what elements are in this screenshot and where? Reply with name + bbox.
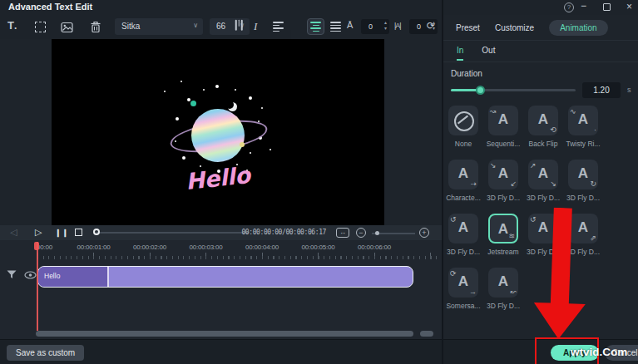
text-toolbar: T. Sitka ∨ 66 ∨ I Ā 0 ▴▾ |A| 0 ▴▾	[0, 15, 442, 39]
3d-fly-down-icon: ↺A	[448, 214, 478, 243]
preview-text[interactable]: Hello	[166, 160, 271, 197]
help-icon[interactable]: ?	[564, 2, 574, 12]
animation-item-label: 3D Fly D...	[563, 194, 603, 202]
timecode: 00:00:00:00/00:00:06:17	[241, 229, 326, 236]
animation-item-label: 3D Fly D...	[443, 248, 483, 256]
animation-item-label: Somersa...	[443, 302, 483, 310]
playhead-line[interactable]	[37, 242, 38, 331]
animation-item-back-flip[interactable]: A⟲Back Flip	[528, 106, 558, 148]
none-icon	[448, 106, 478, 135]
window-title: Advanced Text Edit	[8, 2, 92, 12]
font-family-select[interactable]: Sitka ∨	[115, 18, 203, 35]
animation-item-label: 3D Fly D...	[523, 194, 563, 202]
twisty-ride-icon: ∿A·	[568, 106, 598, 135]
yellow-dot	[240, 142, 245, 147]
track-filter-icon[interactable]	[7, 270, 17, 279]
subtab-in[interactable]: In	[457, 46, 463, 61]
sequential-icon: ↝A	[488, 106, 518, 135]
animation-item-jetstream[interactable]: A≋Jetstream	[488, 214, 518, 256]
previous-frame-icon[interactable]: ◁	[10, 227, 17, 238]
letter-spacing-stepper[interactable]: 0 ▴▾	[361, 19, 389, 34]
stop-icon[interactable]	[75, 229, 82, 236]
text-tool-icon[interactable]: T.	[7, 19, 17, 32]
italic-icon[interactable]: I	[254, 20, 257, 33]
save-as-custom-button[interactable]: Save as custom	[7, 345, 84, 361]
annotation-arrow-icon	[529, 207, 592, 345]
animation-item-characte[interactable]: A⇢Characte...	[448, 160, 478, 202]
ruler-label: 00:00:03:00	[189, 243, 222, 251]
stepper-arrows-icon[interactable]: ▴▾	[384, 20, 387, 32]
ruler-label: 00:00:04:00	[245, 243, 279, 251]
subtab-out[interactable]: Out	[482, 46, 495, 61]
zoom-in-icon[interactable]: +	[419, 228, 429, 238]
line-spacing-value: 0	[417, 22, 421, 31]
character-icon: A⇢	[448, 160, 478, 189]
horizontal-scrollbar-stub[interactable]	[420, 331, 433, 337]
animation-item-3d-fly-d[interactable]: A↜3D Fly D...	[488, 268, 518, 310]
fit-to-window-icon[interactable]: ↔	[336, 228, 349, 238]
rotate-text-icon[interactable]: ⟳	[427, 20, 435, 32]
animation-item-3d-fly-d[interactable]: ↗A↘3D Fly D...	[528, 160, 558, 202]
animation-item-label: 3D Fly D...	[483, 302, 523, 310]
duration-slider[interactable]	[451, 89, 576, 91]
seek-slider[interactable]	[96, 232, 250, 234]
tab-animation[interactable]: Animation	[549, 20, 607, 36]
timeline-ruler-labels[interactable]: 00:0000:00:01:0000:00:02:0000:00:03:0000…	[0, 240, 442, 263]
text-clip[interactable]: Hello	[37, 266, 413, 288]
clip-label: Hello	[44, 272, 60, 280]
left-footer: Save as custom	[0, 339, 442, 364]
duration-value[interactable]: 1.20	[582, 82, 621, 98]
animation-item-3d-fly-d[interactable]: A↻3D Fly D...	[568, 160, 598, 202]
letter-case-icon[interactable]: Ā	[347, 20, 353, 30]
ruler-label: 00:00:05:00	[301, 243, 334, 251]
minimize-icon[interactable]: −	[581, 0, 586, 12]
animation-item-none[interactable]: None	[448, 106, 478, 148]
image-tool-icon[interactable]	[61, 22, 74, 33]
animation-item-label: Characte...	[443, 194, 483, 202]
align-justify-icon[interactable]	[330, 22, 341, 32]
ruler-label: 00:00:06:00	[358, 243, 391, 251]
ruler-minor-ticks	[37, 256, 439, 259]
horizontal-scrollbar[interactable]	[36, 331, 413, 337]
delete-icon[interactable]	[90, 21, 101, 33]
divider	[443, 61, 638, 62]
moon-icon	[228, 102, 237, 111]
font-size-value: 66	[216, 22, 225, 31]
seek-handle[interactable]	[93, 229, 100, 235]
3d-fly-down-icon: ↘A↙	[488, 160, 518, 189]
tab-customize[interactable]: Customize	[495, 20, 534, 36]
duration-unit: s	[627, 86, 631, 94]
close-icon[interactable]: ×	[626, 1, 632, 12]
watermark-text: wtvid.Com	[571, 346, 627, 358]
duration-slider-handle[interactable]	[476, 86, 485, 95]
letter-spacing-value: 0	[368, 22, 373, 31]
animation-item-twisty-ri[interactable]: ∿A·Twisty Ri...	[568, 106, 598, 148]
font-size-select[interactable]: 66 ∨	[210, 18, 250, 35]
play-icon[interactable]: ▷	[35, 227, 42, 238]
video-preview[interactable]: Hello	[52, 39, 384, 225]
animation-item-label: Sequenti...	[483, 140, 523, 148]
planet-image	[191, 109, 245, 162]
duration-label: Duration	[451, 69, 482, 78]
zoom-out-icon[interactable]: −	[356, 228, 366, 238]
align-left-icon[interactable]	[273, 22, 284, 32]
vertical-text-icon[interactable]	[235, 20, 243, 31]
align-center-icon[interactable]	[307, 18, 324, 35]
transform-tool-icon[interactable]	[35, 22, 46, 32]
teal-dot	[190, 101, 196, 106]
playback-bar: ◁ ▷ ❙❙ 00:00:00:00/00:00:06:17 ↔ − +	[0, 225, 442, 240]
animation-item-label: 3D Fly D...	[483, 194, 523, 202]
3d-fly-down-icon: A↜	[488, 268, 518, 298]
animation-item-somersa[interactable]: ⟳A→Somersa...	[448, 268, 478, 310]
animation-item-3d-fly-d[interactable]: ↺A3D Fly D...	[448, 214, 478, 256]
clip-animation-divider[interactable]	[107, 267, 109, 288]
timeline: 00:0000:00:01:0000:00:02:0000:00:03:0000…	[0, 240, 442, 339]
track-visibility-eye-icon[interactable]	[24, 271, 37, 279]
pause-icon[interactable]: ❙❙	[55, 229, 69, 237]
timeline-zoom-handle[interactable]	[375, 231, 379, 235]
maximize-icon[interactable]	[603, 3, 611, 11]
tab-preset[interactable]: Preset	[456, 20, 480, 36]
animation-item-3d-fly-d[interactable]: ↘A↙3D Fly D...	[488, 160, 518, 202]
stars-decoration	[52, 39, 53, 41]
animation-item-sequenti[interactable]: ↝ASequenti...	[488, 106, 518, 148]
